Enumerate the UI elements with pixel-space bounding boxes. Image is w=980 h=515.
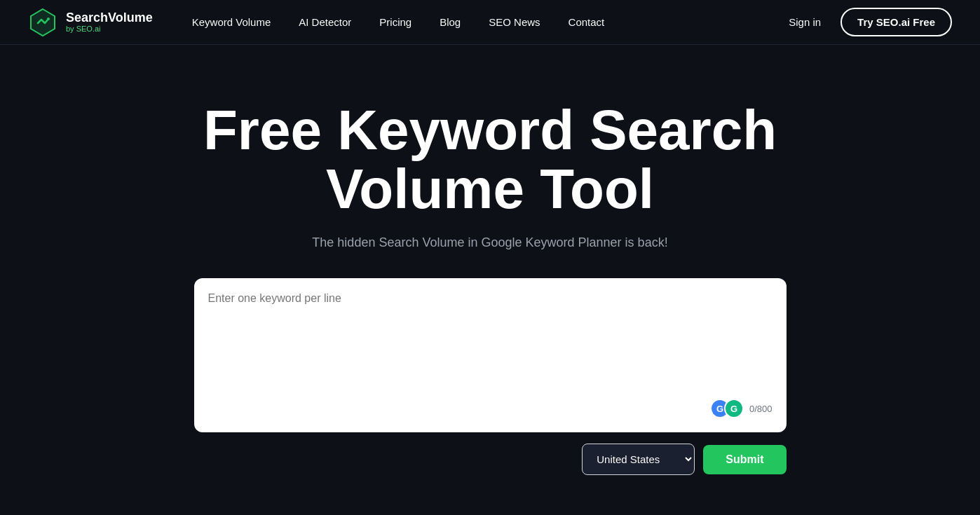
textarea-footer: G G 0/800	[208, 399, 773, 418]
navbar-right: Sign in Try SEO.ai Free	[780, 8, 952, 36]
hero-subtitle: The hidden Search Volume in Google Keywo…	[312, 235, 667, 250]
country-select[interactable]: United States United Kingdom Canada Aust…	[582, 444, 695, 475]
nav-seo-news[interactable]: SEO News	[477, 11, 551, 34]
char-count: 0/800	[749, 404, 773, 414]
logo-main-text: SearchVolume	[66, 11, 153, 25]
logo-link[interactable]: SearchVolume by SEO.ai	[28, 8, 153, 37]
nav-pricing[interactable]: Pricing	[368, 11, 423, 34]
keyword-textarea[interactable]	[208, 292, 773, 390]
avatar-2: G	[724, 399, 744, 418]
main-content: Free Keyword Search Volume Tool The hidd…	[0, 45, 980, 503]
svg-marker-0	[31, 9, 55, 36]
nav-ai-detector[interactable]: AI Detector	[287, 11, 362, 34]
logo-text: SearchVolume by SEO.ai	[66, 11, 153, 34]
svg-point-2	[47, 18, 50, 20]
logo-sub-text: by SEO.ai	[66, 25, 153, 33]
sign-in-link[interactable]: Sign in	[780, 11, 829, 34]
bottom-row: United States United Kingdom Canada Aust…	[194, 444, 787, 475]
navbar: SearchVolume by SEO.ai Keyword Volume AI…	[0, 0, 980, 45]
logo-icon	[28, 8, 57, 37]
nav-blog[interactable]: Blog	[428, 11, 472, 34]
navbar-left: SearchVolume by SEO.ai Keyword Volume AI…	[28, 8, 615, 37]
hero-title: Free Keyword Search Volume Tool	[175, 101, 805, 219]
try-free-button[interactable]: Try SEO.ai Free	[841, 8, 952, 36]
search-container: G G 0/800	[194, 278, 787, 432]
nav-links: Keyword Volume AI Detector Pricing Blog …	[181, 11, 616, 34]
avatar-icons: G G	[710, 399, 744, 418]
submit-button[interactable]: Submit	[703, 445, 786, 474]
nav-contact[interactable]: Contact	[557, 11, 616, 34]
nav-keyword-volume[interactable]: Keyword Volume	[181, 11, 283, 34]
